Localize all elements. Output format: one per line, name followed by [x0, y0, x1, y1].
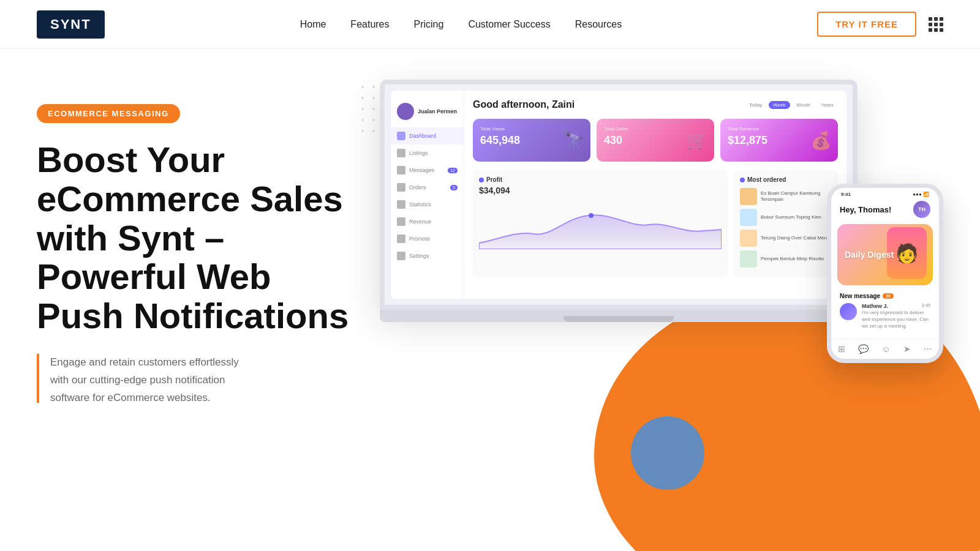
- hero-title: Boost Your eCommerce Sales with Synt – P…: [37, 140, 355, 335]
- phone-nav-emoji-icon[interactable]: ☺: [881, 344, 890, 354]
- order-name-2: Bubur Sumsum Toping Kien: [761, 214, 821, 220]
- nav-item-customer-success[interactable]: Customer Success: [468, 19, 550, 30]
- laptop-base: [380, 310, 858, 322]
- phone-avatar: TH: [913, 201, 930, 218]
- sidebar-item-revenue[interactable]: Revenue: [391, 213, 464, 230]
- try-free-button[interactable]: TRY IT FREE: [817, 12, 916, 37]
- sidebar-item-settings[interactable]: Settings: [391, 247, 464, 264]
- message-sender: Mathew J. 2:45: [862, 303, 930, 309]
- phone-nav-more-icon[interactable]: ⋯: [924, 344, 932, 354]
- order-item-3: Terung Daing Over Cabai Merah: [740, 230, 832, 247]
- phone-status-bar: 9:41 ●●● 📶: [831, 188, 939, 198]
- sidebar-item-listings[interactable]: Listings: [391, 144, 464, 162]
- nav-item-pricing[interactable]: Pricing: [414, 19, 444, 30]
- sidebar-item-orders[interactable]: Orders 5: [391, 179, 464, 196]
- order-img-4: [740, 250, 757, 268]
- phone-nav-send-icon[interactable]: ➤: [903, 344, 911, 354]
- nav-item-home[interactable]: Home: [300, 19, 326, 30]
- order-name-1: Es Buah Campur Kambung Tersimpan: [761, 190, 832, 203]
- message-count-badge: 20: [883, 293, 894, 299]
- hero-right: Jualan Permen Dashboard Listings Me: [355, 86, 943, 551]
- order-item-1: Es Buah Campur Kambung Tersimpan: [740, 188, 832, 205]
- hero-section: ECOMMERCE MESSAGING Boost Your eCommerce…: [0, 49, 980, 551]
- settings-icon: [397, 252, 405, 260]
- orders-badge: 5: [450, 185, 458, 190]
- message-avatar: [840, 303, 857, 320]
- logo-text: SYNT: [50, 17, 91, 32]
- phone-mockup: 9:41 ●●● 📶 Hey, Thomas! TH Daily Digest …: [827, 184, 943, 363]
- stat-card-revenue: Total Revenue $12,875 💰: [720, 119, 838, 162]
- sidebar-item-promote[interactable]: Promote: [391, 230, 464, 247]
- phone-signal: ●●● 📶: [913, 192, 929, 197]
- phone-nav-chat-icon[interactable]: 💬: [858, 344, 869, 354]
- hero-badge: ECOMMERCE MESSAGING: [37, 104, 180, 123]
- message-item: Mathew J. 2:45 I'm very impressed to del…: [840, 303, 930, 330]
- tab-month[interactable]: Month: [793, 101, 815, 109]
- messages-icon: [397, 166, 405, 174]
- stat-card-views: Total Views 645,948 🔭: [473, 119, 590, 162]
- profit-dot: [479, 178, 484, 182]
- order-img-2: [740, 209, 757, 226]
- dashboard-greeting: Good afternoon, Zaini: [473, 99, 575, 110]
- dashboard-main: Good afternoon, Zaini Today Week Month Y…: [464, 91, 846, 299]
- tab-week[interactable]: Week: [769, 101, 790, 109]
- message-text: I'm very impressed to deliver well exper…: [862, 309, 930, 330]
- messages-badge: 12: [448, 168, 458, 173]
- dashboard-user: Jualan Permen: [391, 98, 464, 127]
- order-name-4: Pempek Bentuk Mirip Risotto: [761, 256, 824, 262]
- sidebar-item-statistics[interactable]: Statistics: [391, 196, 464, 213]
- order-name-3: Terung Daing Over Cabai Merah: [761, 235, 831, 241]
- revenue-icon: [397, 217, 405, 226]
- stat-icon-views: 🔭: [563, 130, 584, 151]
- dashboard-username: Jualan Permen: [418, 108, 457, 114]
- logo[interactable]: SYNT: [37, 10, 105, 39]
- stat-icon-orders: 🛒: [687, 130, 708, 151]
- dashboard-bottom: Profit $34,094: [473, 170, 838, 277]
- grid-menu-icon[interactable]: [929, 17, 943, 32]
- phone-header: Hey, Thomas! TH: [831, 198, 939, 222]
- hero-description: Engage and retain customers effortlessly…: [50, 354, 258, 407]
- most-ordered-panel: Most ordered Es Buah Campur Kambung Ters…: [734, 170, 838, 277]
- phone-message-section: New message 20 Mathew J. 2:45 I'm very i…: [831, 288, 939, 335]
- phone-banner-text: Daily Digest: [845, 250, 894, 260]
- phone-bottom-nav: ⊞ 💬 ☺ ➤ ⋯: [831, 339, 939, 359]
- order-item-2: Bubur Sumsum Toping Kien: [740, 209, 832, 226]
- time-tabs: Today Week Month Years: [745, 101, 838, 109]
- svg-point-0: [589, 213, 594, 218]
- phone-greeting: Hey, Thomas!: [840, 205, 891, 214]
- blue-circle-decoration: [631, 416, 704, 490]
- chart-area: [479, 200, 722, 249]
- message-content: Mathew J. 2:45 I'm very impressed to del…: [862, 303, 930, 330]
- phone-nav-home-icon[interactable]: ⊞: [838, 344, 845, 354]
- hero-description-wrap: Engage and retain customers effortlessly…: [37, 354, 355, 407]
- sidebar-item-dashboard[interactable]: Dashboard: [391, 127, 464, 144]
- stat-card-orders: Total Order 430 🛒: [597, 119, 714, 162]
- nav-links: Home Features Pricing Customer Success R…: [300, 19, 622, 30]
- profit-amount: $34,094: [479, 186, 722, 195]
- sidebar-item-messages[interactable]: Messages 12: [391, 162, 464, 179]
- promote-icon: [397, 234, 405, 243]
- nav-item-features[interactable]: Features: [350, 19, 389, 30]
- hero-left: ECOMMERCE MESSAGING Boost Your eCommerce…: [37, 86, 355, 407]
- nav-right: TRY IT FREE: [817, 12, 943, 37]
- phone-time: 9:41: [841, 192, 851, 197]
- nav-item-resources[interactable]: Resources: [575, 19, 622, 30]
- phone-body: 9:41 ●●● 📶 Hey, Thomas! TH Daily Digest …: [827, 184, 943, 363]
- statistics-icon: [397, 200, 405, 209]
- laptop-screen: Jualan Permen Dashboard Listings Me: [380, 80, 858, 310]
- profit-chart-svg: [479, 200, 722, 249]
- most-ordered-title: Most ordered: [740, 176, 832, 183]
- stat-icon-revenue: 💰: [810, 130, 832, 151]
- tab-today[interactable]: Today: [745, 101, 766, 109]
- order-img-3: [740, 230, 757, 247]
- dashboard-icon: [397, 132, 405, 140]
- listings-icon: [397, 149, 405, 157]
- laptop-mockup: Jualan Permen Dashboard Listings Me: [380, 80, 858, 322]
- dashboard-greeting-row: Good afternoon, Zaini Today Week Month Y…: [473, 99, 838, 110]
- navbar: SYNT Home Features Pricing Customer Succ…: [0, 0, 980, 49]
- most-ordered-dot: [740, 178, 745, 182]
- orders-icon: [397, 183, 405, 192]
- message-time: 2:45: [922, 303, 930, 309]
- hero-divider: [37, 354, 39, 403]
- tab-years[interactable]: Years: [817, 101, 838, 109]
